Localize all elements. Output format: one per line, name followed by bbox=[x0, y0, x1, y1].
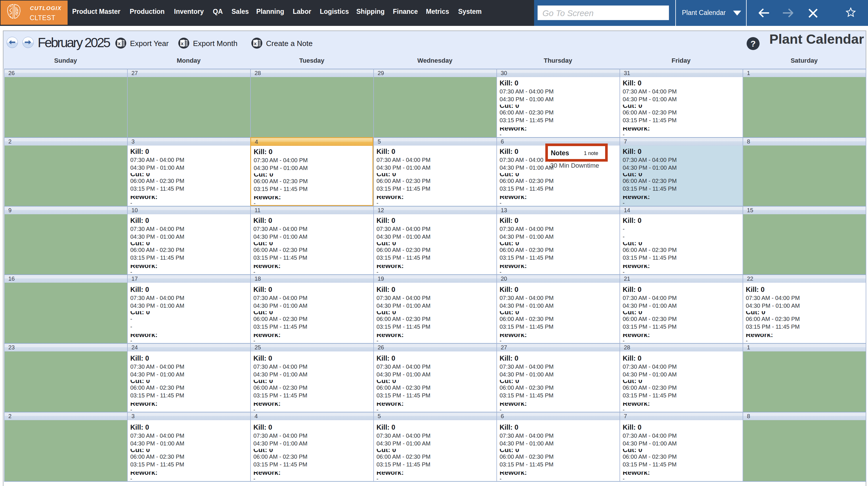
svg-text:x: x bbox=[254, 41, 257, 46]
svg-text:x: x bbox=[181, 41, 184, 46]
svg-text:x: x bbox=[118, 41, 121, 46]
